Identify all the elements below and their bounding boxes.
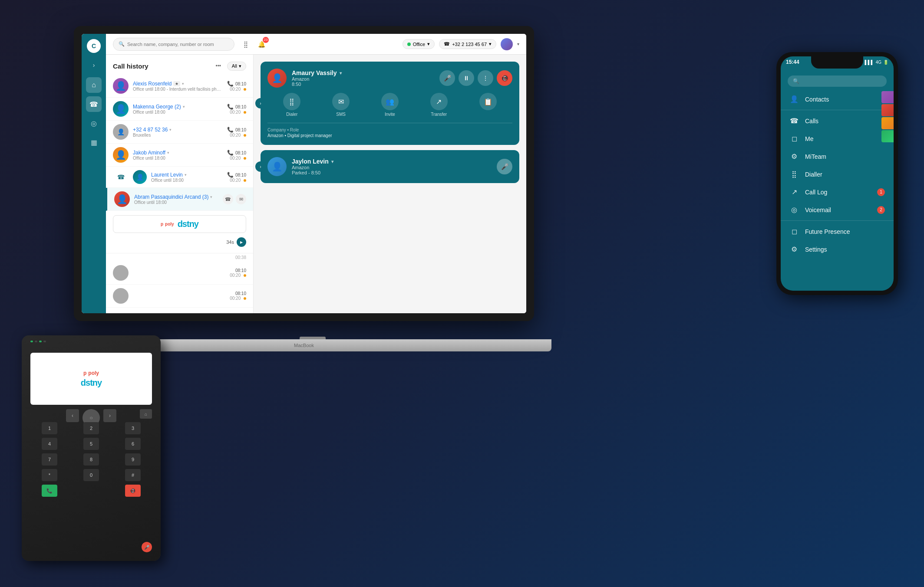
keypad-row-2: 4 5 6 — [29, 438, 154, 450]
dropdown-icon-4: ▾ — [167, 151, 169, 155]
call-info-1: Alexis Rosenfeld ★ ▾ Office until 18:00 … — [133, 81, 223, 92]
mobile-menu-voicemail[interactable]: ◎ Voicemail 2 — [781, 201, 894, 219]
dstny-call-item: p poly dstny 34s ▶ — [106, 211, 253, 253]
call-item-2[interactable]: 👤 Makenna George (2) ▾ Office until 18:0… — [106, 98, 253, 121]
key-1[interactable]: 1 — [42, 422, 57, 434]
call-item-3[interactable]: 👤 +32 4 87 52 36 ▾ Bruxelles 📞08:10 — [106, 121, 253, 144]
call-history-panel: Call history ••• All ▾ 👤 — [106, 55, 254, 313]
key-7[interactable]: 7 — [42, 453, 57, 466]
menu-divider-2 — [781, 220, 894, 221]
status-pill[interactable]: Office ▾ — [403, 39, 435, 49]
mobile-menu-calllog[interactable]: ↗ Call Log 1 — [781, 183, 894, 201]
search-icon: 🔍 — [119, 41, 125, 47]
presence-label: Future Presence — [805, 228, 885, 235]
call-action-msg[interactable]: ✉ — [236, 194, 246, 204]
call-time-5: 📞08:10 00:20 — [227, 172, 246, 183]
home-btn[interactable]: ⌂ — [140, 409, 152, 419]
mobile-menu-presence[interactable]: ◻ Future Presence — [781, 223, 894, 240]
key-9[interactable]: 9 — [125, 453, 141, 466]
extra-icon: 📋 — [479, 93, 497, 110]
sidebar-item-voicemail[interactable]: ◎ — [86, 115, 102, 131]
nav-left[interactable]: ‹ — [66, 409, 79, 422]
sidebar-toggle[interactable]: › — [89, 60, 99, 70]
mute-indicator[interactable]: 🎤 — [142, 542, 152, 552]
caller-sub-4: Office until 18:00 — [133, 156, 223, 161]
answer-btn[interactable]: 📞 — [42, 485, 57, 497]
sidebar-item-home[interactable]: ⌂ — [86, 77, 102, 93]
poly-icon: p — [83, 370, 86, 376]
transfer-label: Transfer — [431, 112, 447, 117]
phone-number-pill[interactable]: ☎ +32 2 123 45 67 ▾ — [439, 39, 496, 49]
call-actions: ☎ ✉ — [223, 194, 246, 204]
expand-btn-1[interactable]: › — [255, 98, 266, 108]
mobile-menu-calls[interactable]: ☎ Calls — [781, 112, 894, 130]
topbar-icons: ⣿ 🔔 23 — [240, 38, 267, 50]
filter-button[interactable]: All ▾ — [227, 62, 246, 71]
call-item-1[interactable]: 👤 Alexis Rosenfeld ★ ▾ Office until 18:0… — [106, 75, 253, 98]
mobile-menu-me[interactable]: ◻ Me — [781, 130, 894, 148]
filter-chevron: ▾ — [239, 63, 241, 69]
transfer-action[interactable]: ↗ Transfer — [430, 93, 448, 117]
chevron-down-icon: ▾ — [427, 41, 430, 47]
dropdown-icon-5: ▾ — [185, 173, 187, 177]
play-button[interactable]: ▶ — [237, 237, 246, 247]
notification-btn[interactable]: 🔔 23 — [255, 38, 267, 50]
topbar-right: Office ▾ ☎ +32 2 123 45 67 ▾ ▾ — [403, 38, 519, 50]
call-icon-5: ☎ — [113, 174, 129, 180]
call-item-6[interactable]: 👤 Abram Passaquindici Arcand (3) ▾ Offic… — [106, 188, 253, 211]
keypad-row-5: 📞 📵 — [29, 485, 154, 497]
thumb-4 — [881, 130, 894, 142]
key-hash[interactable]: # — [125, 469, 141, 481]
mobile-menu-contacts[interactable]: 👤 Contacts — [781, 90, 894, 108]
contacts-label: Contacts — [805, 96, 885, 103]
key-6[interactable]: 6 — [125, 438, 141, 450]
end-call-button[interactable]: 📵 — [497, 70, 512, 86]
key-2[interactable]: 2 — [83, 422, 99, 434]
mute-button[interactable]: 🎤 — [439, 70, 455, 86]
mobile-phone: 15:44 ▌▌▌ 4G 🔋 🔍 👤 Contacts — [776, 52, 898, 295]
user-avatar[interactable] — [501, 38, 513, 50]
mobile-menu-settings[interactable]: ⚙ Settings — [781, 240, 894, 258]
mobile-search-box[interactable]: 🔍 — [788, 75, 887, 87]
call-item-4[interactable]: 👤 Jakob Aminoff ▾ Office until 18:00 📞08… — [106, 144, 253, 167]
key-4[interactable]: 4 — [42, 438, 57, 450]
more-options-button[interactable]: ⋮ — [478, 70, 493, 86]
dstny-logo-display: p poly dstny — [113, 215, 246, 233]
key-5[interactable]: 5 — [83, 438, 99, 450]
invite-action[interactable]: 👥 Invite — [381, 93, 399, 117]
mic-active-button[interactable]: 🎤 — [497, 159, 512, 174]
key-3[interactable]: 3 — [125, 422, 141, 434]
sidebar-item-contacts[interactable]: ▦ — [86, 134, 102, 150]
mobile-menu-miteam[interactable]: ⚙ MiTeam — [781, 148, 894, 165]
key-8[interactable]: 8 — [83, 453, 99, 466]
extra-call-2[interactable]: 08:10 00:20 — [106, 285, 253, 308]
nav-right[interactable]: › — [103, 409, 116, 422]
network-label: 4G — [876, 60, 881, 65]
key-star[interactable]: * — [42, 469, 57, 481]
dialer-action[interactable]: ⣿ Dialer — [283, 93, 300, 117]
app-logo[interactable]: C — [87, 39, 101, 53]
mobile-menu-dialler[interactable]: ⣿ Dialler — [781, 165, 894, 183]
extra-call-1[interactable]: 08:10 00:20 — [106, 262, 253, 285]
card-controls-1: 🎤 ⏸ ⋮ 📵 — [439, 70, 512, 86]
sms-icon: ✉ — [332, 93, 350, 110]
card-controls-2: 🎤 — [497, 159, 512, 174]
hangup-btn[interactable]: 📵 — [125, 485, 141, 497]
expand-btn-2[interactable]: › — [255, 161, 266, 172]
sidebar-item-calls[interactable]: ☎ — [86, 96, 102, 112]
macbook-device: C › ⌂ ☎ ◎ ▦ 🔍 ⣿ — [74, 26, 551, 351]
grid-icon-btn[interactable]: ⣿ — [240, 38, 252, 50]
search-input[interactable] — [127, 42, 229, 47]
call-item-5[interactable]: ☎ 👤 Laurent Levin ▾ Office until 18:00 — [106, 167, 253, 188]
search-box[interactable]: 🔍 — [113, 38, 234, 51]
key-0[interactable]: 0 — [83, 469, 99, 481]
sms-action[interactable]: ✉ SMS — [332, 93, 350, 117]
phone-icon: ☎ — [444, 41, 450, 47]
hold-button[interactable]: ⏸ — [459, 70, 474, 86]
extra-action[interactable]: 📋 — [479, 93, 497, 117]
call-action-phone[interactable]: ☎ — [223, 194, 233, 204]
avatar-3: 👤 — [113, 124, 129, 140]
chevron-down-icon-3: ▾ — [517, 42, 519, 46]
more-button[interactable]: ••• — [213, 61, 224, 71]
mobile-time: 15:44 — [786, 59, 799, 65]
